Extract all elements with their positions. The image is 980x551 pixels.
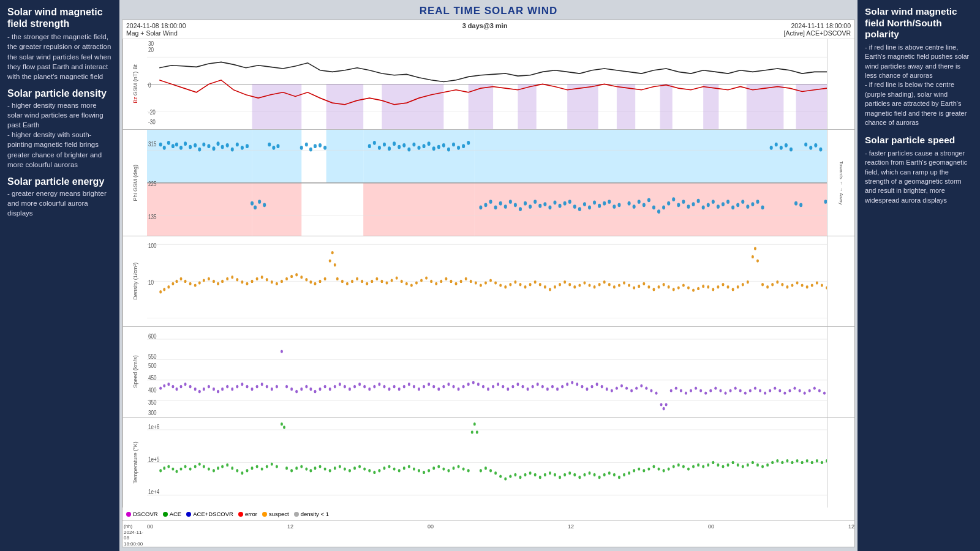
charts-main: Bz GSM (nT) Bt 20 0 -20 <box>123 39 854 547</box>
svg-point-345 <box>300 388 303 391</box>
svg-point-416 <box>650 389 652 392</box>
svg-point-201 <box>331 251 334 254</box>
svg-point-420 <box>665 403 668 406</box>
svg-point-478 <box>246 469 248 472</box>
svg-point-276 <box>697 287 699 290</box>
svg-point-449 <box>809 389 811 392</box>
svg-point-176 <box>213 280 215 283</box>
svg-point-411 <box>625 387 628 390</box>
svg-point-474 <box>226 463 228 467</box>
svg-point-218 <box>410 284 413 287</box>
chart-row-magnetic: Bz GSM (nT) Bt 20 0 -20 <box>123 39 854 130</box>
svg-point-344 <box>295 390 298 393</box>
svg-point-361 <box>378 383 380 386</box>
svg-point-386 <box>502 385 504 388</box>
chart1-canvas: 20 0 -20 30 -30 <box>147 39 827 129</box>
svg-point-89 <box>467 141 470 145</box>
svg-point-586 <box>766 463 769 467</box>
svg-point-567 <box>673 465 675 468</box>
svg-point-77 <box>407 148 410 152</box>
svg-point-209 <box>366 282 368 285</box>
svg-point-511 <box>403 467 405 470</box>
svg-point-257 <box>603 281 606 284</box>
left-section3-title: Solar particle energy <box>7 176 112 187</box>
svg-point-444 <box>783 392 786 395</box>
svg-point-505 <box>373 471 375 474</box>
svg-point-128 <box>672 197 675 201</box>
svg-text:500: 500 <box>148 362 156 369</box>
svg-point-464 <box>179 468 182 471</box>
svg-point-183 <box>246 282 248 285</box>
chart-header-center: 3 days@3 min <box>462 22 508 37</box>
svg-text:30: 30 <box>148 40 154 47</box>
x-axis-labels: 00 12 00 12 00 12 <box>147 522 854 545</box>
svg-point-550 <box>588 471 590 474</box>
svg-point-552 <box>598 476 601 479</box>
chart1-svg: 20 0 -20 30 -30 <box>147 39 827 129</box>
svg-point-214 <box>391 279 393 282</box>
svg-point-402 <box>581 385 583 388</box>
svg-point-36 <box>159 143 162 147</box>
chart5-right-label <box>827 418 854 508</box>
svg-text:300: 300 <box>148 409 156 416</box>
svg-point-330 <box>226 385 228 388</box>
svg-point-152 <box>794 201 797 206</box>
chart2-svg: 315 225 135 <box>147 130 827 236</box>
svg-point-52 <box>231 148 234 152</box>
svg-point-125 <box>657 209 660 214</box>
svg-point-585 <box>761 465 764 468</box>
svg-point-258 <box>608 283 611 287</box>
svg-point-392 <box>532 385 534 388</box>
svg-rect-22 <box>147 183 252 236</box>
svg-point-228 <box>460 280 462 283</box>
svg-point-547 <box>573 473 576 476</box>
svg-point-532 <box>499 475 502 478</box>
svg-point-127 <box>667 201 670 206</box>
legend-error-dot <box>238 512 243 517</box>
svg-point-367 <box>408 383 410 386</box>
svg-point-248 <box>559 283 561 287</box>
svg-point-575 <box>712 461 714 464</box>
svg-point-193 <box>295 274 298 277</box>
svg-point-357 <box>358 383 361 386</box>
svg-point-68 <box>323 146 326 150</box>
svg-point-321 <box>184 383 187 386</box>
svg-point-56 <box>251 201 254 206</box>
svg-point-102 <box>538 204 541 208</box>
svg-point-104 <box>548 205 551 209</box>
svg-point-466 <box>189 468 192 471</box>
svg-point-450 <box>813 387 816 390</box>
svg-point-57 <box>254 205 257 209</box>
svg-point-105 <box>553 200 556 204</box>
svg-point-348 <box>314 390 316 393</box>
svg-point-370 <box>423 385 425 388</box>
svg-point-347 <box>309 388 312 391</box>
svg-text:1e+6: 1e+6 <box>148 423 159 430</box>
svg-point-404 <box>591 385 594 388</box>
svg-point-256 <box>598 283 601 287</box>
svg-point-583 <box>752 461 754 464</box>
svg-point-356 <box>353 385 356 388</box>
svg-point-55 <box>246 144 249 148</box>
svg-point-129 <box>677 203 680 207</box>
svg-point-471 <box>213 469 215 472</box>
right-section1-body: - if red line is above centre line, Eart… <box>865 43 973 128</box>
svg-point-222 <box>430 280 432 283</box>
svg-point-239 <box>514 281 516 284</box>
right-section1-title: Solar wind magnetic field North/South po… <box>865 6 973 40</box>
chart2-right-label: Towards ← → Away <box>827 130 854 236</box>
svg-point-96 <box>509 200 512 204</box>
svg-point-479 <box>251 467 254 470</box>
svg-point-410 <box>620 384 623 388</box>
x-label-2: 12 <box>287 523 293 530</box>
x-axis-bottom-label: (hh)2024-11-0818:00:00 <box>123 522 147 545</box>
svg-point-440 <box>764 392 766 395</box>
svg-point-527 <box>476 431 478 434</box>
svg-point-332 <box>236 385 238 388</box>
svg-point-247 <box>554 286 556 289</box>
svg-point-271 <box>673 288 675 291</box>
svg-text:550: 550 <box>148 353 156 360</box>
svg-point-287 <box>737 286 739 289</box>
svg-point-301 <box>816 282 818 285</box>
legend-ace-label: ACE <box>170 511 182 517</box>
